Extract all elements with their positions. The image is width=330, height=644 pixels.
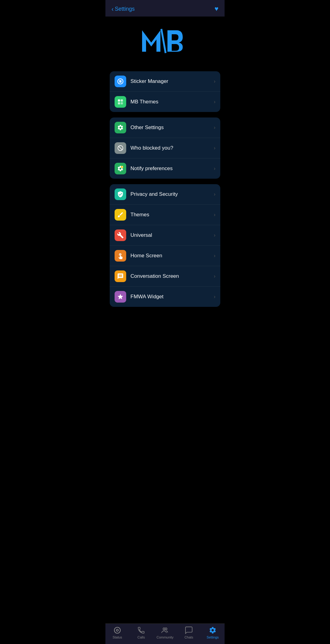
conversation-screen-icon — [115, 270, 126, 282]
content-area: Sticker Manager › MB Themes › Other Sett… — [105, 69, 225, 340]
fmwa-widget-chevron: › — [214, 294, 215, 300]
privacy-security-icon — [115, 188, 126, 200]
who-blocked-label: Who blocked you? — [130, 145, 214, 151]
other-settings-item[interactable]: Other Settings › — [110, 117, 220, 138]
svg-rect-5 — [121, 102, 123, 104]
notify-prefs-label: Notify preferences — [130, 166, 214, 172]
fmwa-widget-label: FMWA Widget — [130, 294, 214, 300]
themes-chevron: › — [214, 212, 215, 218]
svg-rect-2 — [118, 99, 120, 102]
logo-svg — [141, 26, 189, 56]
conversation-screen-chevron: › — [214, 274, 215, 279]
home-screen-label: Home Screen — [130, 253, 214, 259]
app-logo — [141, 26, 189, 60]
back-button[interactable]: ‹ Settings — [112, 6, 135, 13]
section-customization: Privacy and Security › Themes › Universa… — [110, 184, 220, 307]
notify-prefs-item[interactable]: ★ Notify preferences › — [110, 158, 220, 179]
notify-prefs-icon: ★ — [115, 163, 126, 174]
privacy-security-label: Privacy and Security — [130, 191, 214, 197]
universal-item[interactable]: Universal › — [110, 225, 220, 246]
sticker-manager-icon — [115, 76, 126, 87]
other-settings-icon — [115, 122, 126, 133]
who-blocked-item[interactable]: Who blocked you? › — [110, 138, 220, 158]
other-settings-label: Other Settings — [130, 125, 214, 131]
sticker-manager-item[interactable]: Sticker Manager › — [110, 71, 220, 92]
mb-themes-chevron: › — [214, 99, 215, 105]
section-sticker-themes: Sticker Manager › MB Themes › — [110, 71, 220, 112]
universal-icon — [115, 229, 126, 241]
fmwa-widget-item[interactable]: FMWA Widget › — [110, 287, 220, 307]
mb-themes-item[interactable]: MB Themes › — [110, 92, 220, 112]
themes-item[interactable]: Themes › — [110, 205, 220, 225]
conversation-screen-item[interactable]: Conversation Screen › — [110, 266, 220, 287]
who-blocked-chevron: › — [214, 145, 215, 151]
themes-label: Themes — [130, 212, 214, 218]
sticker-manager-chevron: › — [214, 79, 215, 84]
back-chevron-icon: ‹ — [112, 6, 114, 13]
home-screen-icon — [115, 250, 126, 262]
themes-icon — [115, 209, 126, 221]
sticker-manager-label: Sticker Manager — [130, 78, 214, 84]
header: ‹ Settings ♥ — [105, 0, 225, 17]
privacy-security-item[interactable]: Privacy and Security › — [110, 184, 220, 205]
home-screen-chevron: › — [214, 253, 215, 259]
svg-rect-0 — [160, 29, 167, 53]
mb-themes-icon — [115, 96, 126, 108]
svg-line-7 — [119, 146, 123, 150]
back-label: Settings — [115, 6, 135, 12]
mb-themes-label: MB Themes — [130, 99, 214, 105]
fmwa-widget-icon — [115, 291, 126, 303]
conversation-screen-label: Conversation Screen — [130, 273, 214, 279]
who-blocked-icon — [115, 142, 126, 154]
svg-rect-3 — [121, 99, 123, 102]
universal-chevron: › — [214, 233, 215, 238]
other-settings-chevron: › — [214, 125, 215, 130]
logo-area — [105, 17, 225, 69]
privacy-security-chevron: › — [214, 192, 215, 197]
section-other: Other Settings › Who blocked you? › ★ No… — [110, 117, 220, 179]
universal-label: Universal — [130, 232, 214, 238]
heart-icon[interactable]: ♥ — [215, 5, 218, 13]
notify-prefs-chevron: › — [214, 166, 215, 171]
home-screen-item[interactable]: Home Screen › — [110, 246, 220, 266]
svg-rect-4 — [118, 102, 120, 104]
